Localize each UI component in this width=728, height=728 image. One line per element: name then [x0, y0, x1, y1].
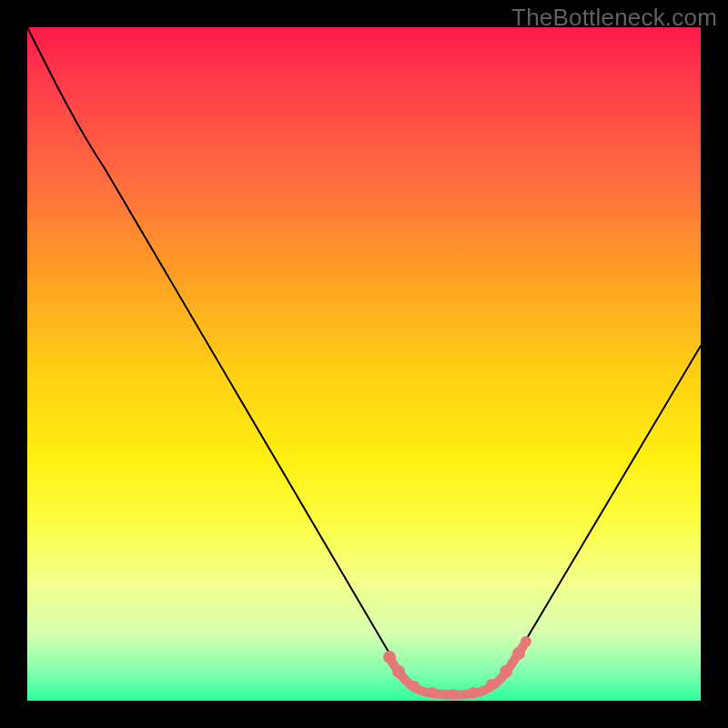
bottleneck-curve-svg: [27, 27, 701, 701]
marker-dot: [427, 687, 438, 698]
marker-dot: [521, 636, 531, 647]
marker-dot: [392, 665, 405, 678]
marker-dot: [512, 647, 525, 660]
marker-dot: [409, 681, 420, 692]
chart-frame: TheBottleneck.com: [0, 0, 728, 728]
marker-dot: [468, 687, 479, 698]
marker-dot: [383, 651, 396, 663]
marker-dot: [448, 689, 459, 700]
bottleneck-curve: [27, 27, 701, 695]
marker-dot: [500, 665, 512, 678]
marker-dot: [486, 679, 497, 690]
plot-area: [27, 27, 701, 701]
